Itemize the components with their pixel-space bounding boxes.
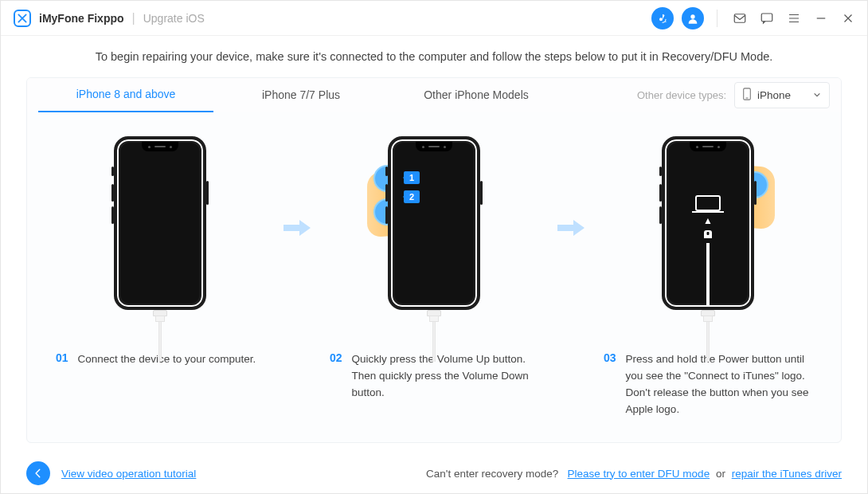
step-2-number: 02 [330,351,342,364]
tab-other-iphone[interactable]: Other iPhone Models [389,79,564,112]
connector-icon [704,230,712,238]
close-button[interactable] [839,9,858,28]
back-button[interactable] [26,461,50,485]
device-type-label: Other device types: [637,89,726,101]
step-3: ▲ 03 Press and hold the Power button unt… [585,136,831,418]
video-tutorial-link[interactable]: View video operation tutorial [61,468,196,480]
phone-illustration-2: 1 2 [378,136,490,359]
connect-to-itunes-icon: ▲ [665,195,751,307]
steps-row: 01 Connect the device to your computer. … [27,112,841,442]
feedback-icon[interactable] [757,9,776,28]
svg-rect-2 [761,14,772,22]
app-name-divider: | [132,11,135,25]
chevron-down-icon [797,89,821,101]
footer-cannot-text: Can't enter recovery mode? [426,468,558,480]
footer-or-text: or [716,468,725,480]
phone-icon [743,88,751,103]
tab-iphone7[interactable]: iPhone 7/7 Plus [213,79,389,112]
step-1: 01 Connect the device to your computer. [37,136,283,368]
step-3-number: 03 [604,351,616,364]
device-type-value: iPhone [757,89,791,101]
dfu-mode-link[interactable]: Please try to enter DFU mode [568,468,710,480]
device-tabs: iPhone 8 and above iPhone 7/7 Plus Other… [27,78,841,112]
step-1-number: 01 [56,351,68,364]
footer: View video operation tutorial Can't ente… [1,453,867,493]
up-arrow-icon: ▲ [703,216,713,225]
account-icon[interactable] [682,7,704,29]
device-type-select: Other device types: iPhone [637,82,830,108]
app-logo-icon [14,10,31,27]
arrow-2 [557,136,585,320]
arrow-1 [283,136,311,320]
minimize-button[interactable] [811,9,831,28]
mail-icon[interactable] [730,9,749,28]
svg-point-0 [690,14,694,18]
titlebar-separator [717,10,717,27]
device-type-dropdown[interactable]: iPhone [734,82,830,108]
step-3-text: Press and hold the Power button until yo… [626,351,812,418]
app-subtitle: Upgrate iOS [143,12,205,25]
callout-2: 2 [404,190,420,203]
tab-iphone8-above[interactable]: iPhone 8 and above [38,78,213,112]
phone-illustration-1 [104,136,216,359]
app-name: iMyFone Fixppo [39,12,124,25]
callout-1: 1 [404,171,420,184]
music-refresh-icon[interactable] [651,7,674,29]
menu-icon[interactable] [784,9,803,28]
repair-driver-link[interactable]: repair the iTunes driver [732,468,842,480]
instructions-panel: iPhone 8 and above iPhone 7/7 Plus Other… [26,77,842,443]
laptop-icon [695,195,721,211]
svg-rect-1 [734,14,745,22]
intro-text: To begin repairing your device, make sur… [1,36,867,74]
title-bar: iMyFone Fixppo | Upgrate iOS [1,1,867,36]
phone-illustration-3: ▲ [652,136,764,359]
step-2: 1 2 02 Quickly press the Volume Up butto… [311,136,557,402]
